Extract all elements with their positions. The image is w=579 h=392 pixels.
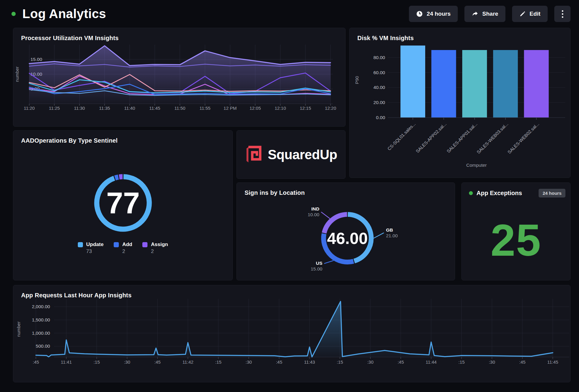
time-range-badge: 24 hours: [539, 189, 565, 198]
panel-title: App Exceptions: [476, 190, 522, 197]
status-dot: [11, 12, 16, 16]
svg-text:40.00: 40.00: [373, 85, 385, 90]
svg-text:12:15: 12:15: [300, 106, 311, 111]
aad-donut-chart: 77: [13, 131, 233, 239]
svg-text:11:25: 11:25: [49, 106, 60, 111]
squaredup-logo-icon: [245, 145, 262, 164]
time-range-label: 24 hours: [427, 11, 451, 17]
svg-text:11:44: 11:44: [426, 359, 436, 365]
header-actions: 24 hours Share Edit: [409, 6, 571, 22]
legend-item-assign[interactable]: Assign 2: [142, 242, 168, 254]
svg-text::45: :45: [397, 359, 404, 365]
legend-label: Add: [122, 242, 132, 248]
svg-text:11:30: 11:30: [74, 106, 85, 111]
svg-text:1,000.00: 1,000.00: [32, 330, 50, 336]
legend-swatch: [114, 242, 119, 247]
svg-text:SALES-WEB03.sal...: SALES-WEB03.sal...: [476, 121, 509, 155]
svg-text::15: :15: [93, 359, 100, 365]
donut-legend: Update 73 Add 2 Assign 2: [13, 242, 233, 254]
share-label: Share: [482, 11, 498, 17]
svg-text::30: :30: [489, 359, 495, 365]
svg-text::45: :45: [33, 359, 39, 365]
svg-text:11:35: 11:35: [99, 106, 110, 111]
requests-chart: :4511:41:15:30:4511:42:15:30:4511:43:15:…: [13, 285, 571, 383]
svg-text:IND: IND: [311, 206, 319, 211]
svg-text:GB: GB: [386, 227, 393, 232]
svg-text:77: 77: [106, 186, 140, 220]
svg-text:11:45: 11:45: [547, 359, 558, 365]
svg-text::45: :45: [276, 359, 282, 365]
legend-item-update[interactable]: Update 73: [78, 242, 104, 254]
clock-icon: [416, 11, 423, 17]
svg-text::30: :30: [124, 359, 130, 365]
svg-text:12 PM: 12 PM: [223, 106, 236, 111]
share-icon: [472, 11, 478, 17]
brand-name: SquaredUp: [268, 147, 337, 162]
svg-text:P90: P90: [354, 76, 359, 84]
svg-text:2,000.00: 2,000.00: [32, 304, 50, 309]
legend-value: 2: [151, 248, 168, 254]
svg-text:80.00: 80.00: [373, 55, 385, 60]
svg-text:11:42: 11:42: [182, 359, 193, 365]
svg-text:20.00: 20.00: [373, 100, 385, 105]
svg-text:11:20: 11:20: [24, 106, 35, 111]
panel-processor-utilization: Processor Utilization VM Insights 11:201…: [13, 28, 346, 127]
legend-item-add[interactable]: Add 2: [114, 242, 132, 254]
svg-text:12:10: 12:10: [275, 106, 286, 111]
svg-text:11:45: 11:45: [149, 106, 160, 111]
status-dot: [469, 191, 473, 195]
svg-text::15: :15: [458, 359, 465, 365]
svg-text:21.00: 21.00: [386, 233, 398, 238]
svg-text:15.00: 15.00: [311, 266, 322, 271]
svg-text:CS-SQL01.sales...: CS-SQL01.sales...: [386, 121, 416, 151]
svg-text::45: :45: [519, 359, 526, 365]
disk-chart: 0.0020.0040.0060.0080.00CS-SQL01.sales..…: [350, 28, 571, 178]
svg-text:Computer: Computer: [466, 163, 487, 168]
svg-text:12:05: 12:05: [249, 106, 261, 111]
panel-squaredup: SquaredUp: [236, 130, 346, 179]
processor-chart: 11:2011:2511:3011:3511:4011:4511:5011:55…: [13, 28, 346, 127]
signins-donut-chart: 46.00GB21.00US15.00IND10.00: [237, 183, 455, 281]
svg-text:number: number: [14, 67, 20, 82]
header: Log Analytics 24 hours Share Edit: [0, 0, 579, 28]
exceptions-header: App Exceptions 24 hours: [469, 189, 565, 198]
edit-label: Edit: [530, 11, 540, 17]
svg-text::30: :30: [367, 359, 374, 365]
svg-text:60.00: 60.00: [373, 70, 385, 75]
svg-text:SALES-APP02.sal...: SALES-APP02.sal...: [415, 121, 447, 154]
svg-text:11:50: 11:50: [174, 106, 185, 111]
legend-swatch: [142, 242, 147, 247]
svg-text:SALES-WEB02.sal...: SALES-WEB02.sal...: [507, 121, 540, 155]
panel-app-exceptions: App Exceptions 24 hours 25: [461, 182, 571, 280]
svg-text::15: :15: [337, 359, 343, 365]
more-menu-button[interactable]: [554, 6, 571, 22]
panel-signins-location: Sign ins by Location 46.00GB21.00US15.00…: [236, 182, 455, 280]
time-range-button[interactable]: 24 hours: [409, 6, 458, 22]
share-button[interactable]: Share: [464, 6, 505, 22]
page-title: Log Analytics: [22, 7, 106, 21]
panel-aad-operations: AADOperations By Type Sentinel 77 Update…: [13, 130, 233, 280]
svg-text::45: :45: [154, 359, 161, 365]
svg-text:11:43: 11:43: [304, 359, 315, 365]
legend-value: 73: [86, 248, 104, 254]
svg-text:1,500.00: 1,500.00: [32, 317, 50, 322]
svg-text:SALES-APP01.sal...: SALES-APP01.sal...: [446, 121, 478, 154]
legend-value: 2: [122, 248, 132, 254]
edit-button[interactable]: Edit: [512, 6, 548, 22]
svg-text:15.00: 15.00: [30, 57, 42, 62]
legend-swatch: [78, 242, 83, 247]
svg-text:0.00: 0.00: [376, 115, 385, 120]
exceptions-value: 25: [462, 209, 570, 271]
svg-text:11:40: 11:40: [124, 106, 135, 111]
svg-text:11:55: 11:55: [200, 106, 210, 111]
svg-text:46.00: 46.00: [327, 229, 368, 247]
panel-disk-insights: Disk % VM Insights 0.0020.0040.0060.0080…: [349, 28, 571, 178]
legend-label: Update: [86, 242, 104, 248]
pencil-icon: [519, 11, 526, 17]
svg-text::30: :30: [245, 359, 252, 365]
svg-text:number: number: [16, 321, 21, 337]
svg-text:US: US: [316, 261, 322, 266]
panel-app-requests: App Requests Last Hour App Insights :451…: [13, 285, 571, 382]
svg-text::15: :15: [215, 359, 222, 365]
svg-text:500.00: 500.00: [36, 343, 50, 349]
